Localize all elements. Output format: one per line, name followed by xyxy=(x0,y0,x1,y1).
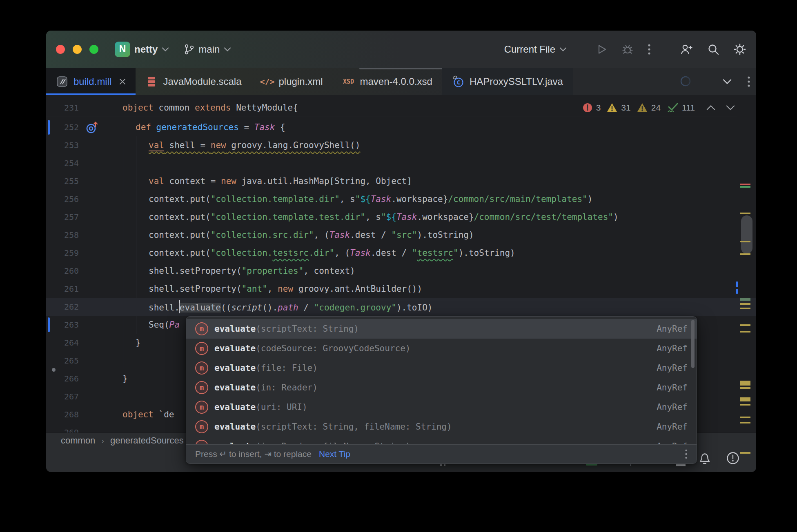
breadcrumb-separator-icon: › xyxy=(95,436,110,446)
breadcrumb-item-generated-sources[interactable]: generatedSources xyxy=(110,435,184,446)
vcs-branch-widget[interactable]: main xyxy=(184,44,231,55)
passed-count: 111 xyxy=(682,103,695,113)
code-token: val xyxy=(149,176,164,186)
code-token: ).toIO) xyxy=(396,303,433,313)
settings-gear-icon[interactable] xyxy=(733,43,746,56)
code-line-262[interactable]: 262shell.evaluate((script().path / "code… xyxy=(46,298,756,316)
code-token: "src" xyxy=(391,230,417,240)
problems-indicator-icon[interactable] xyxy=(726,451,740,465)
line-number: 265 xyxy=(46,356,79,366)
chevron-down-icon xyxy=(162,47,169,52)
branch-name: main xyxy=(198,44,220,55)
completion-item-2[interactable]: mevaluate(file: File)AnyRef xyxy=(186,358,697,378)
close-tab-icon[interactable] xyxy=(119,78,126,85)
debug-button[interactable] xyxy=(621,43,634,55)
completion-item-3[interactable]: mevaluate(in: Reader)AnyRef xyxy=(186,378,697,397)
stripe-mark-b xyxy=(736,282,738,287)
completion-item-0[interactable]: mevaluate(scriptText: String)AnyRef xyxy=(186,319,697,339)
code-line-254[interactable]: 254 xyxy=(46,154,756,172)
code-line-255[interactable]: 255val context = new java.util.HashMap[S… xyxy=(46,172,756,190)
code-token: .dir" xyxy=(309,248,334,258)
inspection-error[interactable]: 3 xyxy=(582,102,601,113)
code-token: generatedSources xyxy=(156,122,239,132)
code-token: groovy.lang.GroovyShell() xyxy=(226,140,361,150)
code-token: extends xyxy=(195,103,231,113)
tab-label: HAProxySSLTLV.java xyxy=(470,76,563,87)
line-number: 264 xyxy=(46,338,79,348)
gutter-slot xyxy=(79,298,121,316)
stripe-mark-b xyxy=(736,289,738,294)
completion-scrollbar-thumb[interactable] xyxy=(691,320,695,368)
stripe-mark-y xyxy=(740,387,750,389)
warning-count: 31 xyxy=(621,103,630,113)
code-token: ${ xyxy=(386,212,396,222)
code-line-259[interactable]: 259context.put("collection.testsrc.dir",… xyxy=(46,244,756,262)
code-line-256[interactable]: 256context.put("collection.template.dir"… xyxy=(46,190,756,208)
close-window-button[interactable] xyxy=(56,45,65,54)
tab-JavaModule.scala[interactable]: JavaModule.scala xyxy=(136,68,251,95)
weak-warning-icon xyxy=(637,102,648,113)
stripe-mark-y xyxy=(740,422,750,423)
completion-return-type: AnyRef xyxy=(657,363,688,373)
code-token: "ant" xyxy=(242,284,267,294)
inspection-navigation xyxy=(706,105,735,111)
code-line-253[interactable]: 253val shell = new groovy.lang.GroovyShe… xyxy=(46,136,756,154)
error-stripe[interactable] xyxy=(737,95,756,432)
more-actions-button[interactable] xyxy=(648,43,651,55)
tab-plugin.xml[interactable]: </>plugin.xml xyxy=(251,68,332,95)
code-token: Seq( xyxy=(149,320,169,330)
previous-problem-button[interactable] xyxy=(706,105,715,111)
next-problem-button[interactable] xyxy=(726,105,735,111)
run-configuration-selector[interactable]: Current File xyxy=(504,44,567,55)
code-token: ).toString) xyxy=(417,230,474,240)
code-line-text: val context = new java.util.HashMap[Stri… xyxy=(121,176,756,186)
run-configuration-label: Current File xyxy=(504,44,555,55)
inspections-widget[interactable]: 33124111 xyxy=(582,99,735,116)
gutter-slot xyxy=(79,172,121,190)
project-name: netty xyxy=(134,44,158,55)
breadcrumb-item-common[interactable]: common xyxy=(61,435,95,446)
search-everywhere-button[interactable] xyxy=(707,43,719,55)
completion-item-4[interactable]: mevaluate(uri: URI)AnyRef xyxy=(186,397,697,417)
code-token: Task xyxy=(350,248,371,258)
recursive-call-icon[interactable] xyxy=(85,120,99,137)
minimize-window-button[interactable] xyxy=(73,45,82,54)
tab-maven-4.0.0.xsd[interactable]: XSDmaven-4.0.0.xsd xyxy=(333,68,442,95)
code-token: testsrc xyxy=(417,248,454,258)
completion-options-kebab-button[interactable] xyxy=(685,449,688,459)
code-line-260[interactable]: 260shell.setProperty("properties", conte… xyxy=(46,262,756,280)
stripe-mark-y xyxy=(740,397,750,401)
inspection-weak-warning[interactable]: 24 xyxy=(637,102,661,113)
code-with-me-button[interactable] xyxy=(680,43,693,55)
gutter-slot xyxy=(79,280,121,298)
line-number: 262 xyxy=(46,302,79,312)
tab-options-kebab-button[interactable] xyxy=(747,75,750,88)
code-line-258[interactable]: 258context.put("collection.src.dir", (Ta… xyxy=(46,226,756,244)
code-token: } xyxy=(136,338,141,348)
editor-scrollbar-thumb[interactable] xyxy=(741,215,752,254)
code-line-252[interactable]: 252def generatedSources = Task { xyxy=(46,118,756,136)
completion-name: evaluate xyxy=(214,324,256,334)
tab-list-chevron-button[interactable] xyxy=(723,79,732,84)
inspection-warning[interactable]: 31 xyxy=(606,102,630,113)
project-widget[interactable]: N netty xyxy=(115,42,169,57)
notifications-bell-icon[interactable] xyxy=(698,451,711,465)
stripe-mark-y xyxy=(740,241,750,242)
completion-item-1[interactable]: mevaluate(codeSource: GroovyCodeSource)A… xyxy=(186,339,697,358)
gutter-slot xyxy=(79,316,121,334)
completion-item-6[interactable]: mevaluate(in: Reader, fileName: String)A… xyxy=(186,437,697,445)
code-line-261[interactable]: 261shell.setProperty("ant", new groovy.a… xyxy=(46,280,756,298)
method-icon: m xyxy=(195,381,208,394)
zoom-window-button[interactable] xyxy=(89,45,98,54)
code-token: shell. xyxy=(149,303,180,313)
code-token: = xyxy=(239,122,254,132)
code-line-257[interactable]: 257context.put("collection.template.test… xyxy=(46,208,756,226)
tab-build.mill[interactable]: build.mill xyxy=(46,68,136,95)
run-button[interactable] xyxy=(596,44,608,55)
code-token: new xyxy=(278,284,293,294)
tab-HAProxySSLTLV.java[interactable]: CHAProxySSLTLV.java xyxy=(442,68,573,95)
inspection-passed[interactable]: 111 xyxy=(666,102,695,113)
completion-item-5[interactable]: mevaluate(scriptText: String, fileName: … xyxy=(186,417,697,437)
code-token: ) xyxy=(613,212,619,222)
next-tip-link[interactable]: Next Tip xyxy=(319,449,350,459)
